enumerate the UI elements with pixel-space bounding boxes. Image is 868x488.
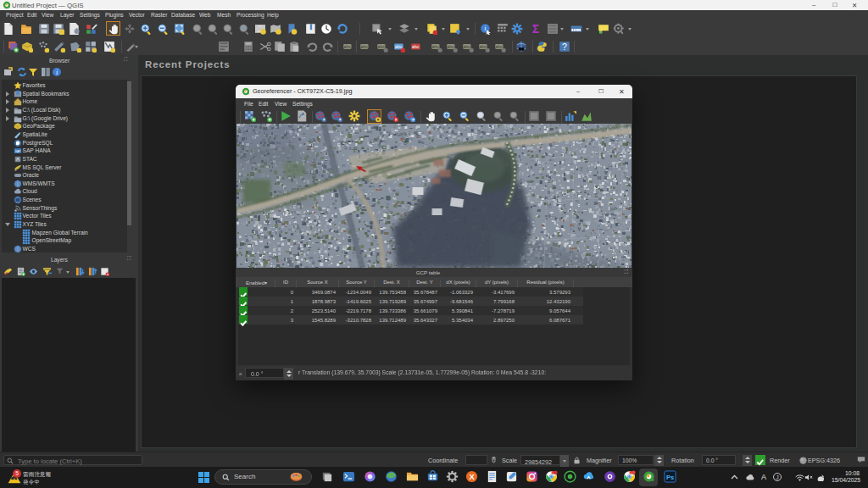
svg-text:i: i: [56, 69, 58, 76]
svg-text:SAP: SAP: [15, 150, 21, 153]
svg-text:abc: abc: [447, 44, 454, 49]
svg-text:abc: abc: [495, 44, 503, 49]
svg-text:Σ: Σ: [532, 23, 539, 35]
svg-text:abc: abc: [463, 44, 470, 49]
svg-text:abc: abc: [395, 44, 403, 49]
svg-text:abc: abc: [343, 44, 351, 49]
svg-text:?: ?: [562, 42, 567, 52]
svg-text:abc: abc: [431, 44, 439, 49]
svg-text:Ps: Ps: [666, 474, 674, 481]
svg-text:abc: abc: [377, 44, 385, 49]
svg-text:X: X: [469, 473, 475, 481]
svg-text:abc: abc: [360, 44, 368, 49]
svg-text:abc: abc: [412, 44, 420, 49]
svg-text:abc: abc: [479, 44, 487, 49]
